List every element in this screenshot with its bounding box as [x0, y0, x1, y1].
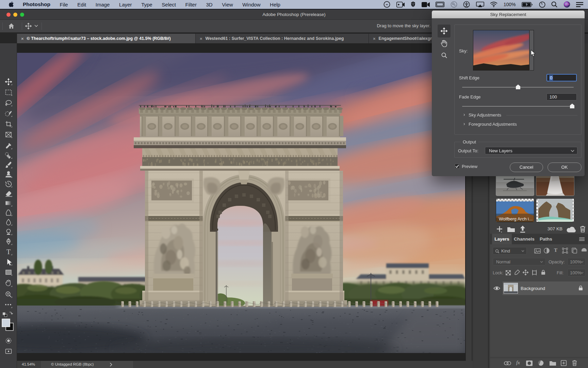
svg-text:Wolfberg Arch i...: Wolfberg Arch i... — [499, 216, 533, 221]
svg-text:T: T — [6, 248, 11, 256]
svg-text:∞: ∞ — [386, 3, 388, 6]
